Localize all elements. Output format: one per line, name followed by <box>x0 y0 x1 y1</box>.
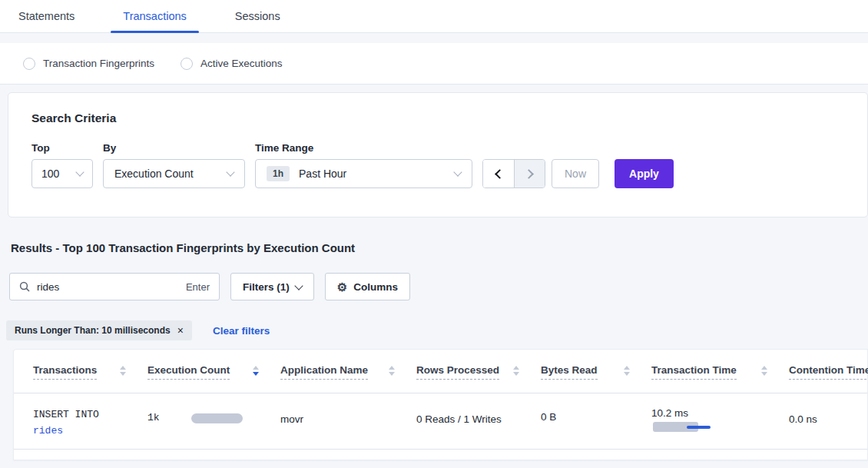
execution-count-value: 1k <box>147 412 160 423</box>
filters-button-label: Filters (1) <box>243 281 290 293</box>
previous-time-window-button[interactable] <box>483 160 514 188</box>
top-select-value: 100 <box>41 168 59 180</box>
cell-contention-time: 0.0 ns <box>789 393 867 449</box>
transaction-link[interactable]: rides <box>33 423 147 439</box>
radio-label: Transaction Fingerprints <box>43 58 154 69</box>
sort-carets-icon[interactable] <box>389 364 395 376</box>
cell-transaction: INSERT INTO rides <box>33 393 147 449</box>
radio-transaction-fingerprints[interactable]: Transaction Fingerprints <box>23 58 154 70</box>
next-time-window-button[interactable] <box>514 160 545 188</box>
apply-button[interactable]: Apply <box>615 159 674 188</box>
time-window-nav <box>482 159 545 188</box>
filter-chip-label: Runs Longer Than: 10 milliseconds <box>15 325 171 336</box>
page-tabs: Statements Transactions Sessions <box>0 0 868 33</box>
gear-icon: ⚙ <box>337 281 347 293</box>
results-heading: Results - Top 100 Transaction Fingerprin… <box>11 241 868 254</box>
search-criteria-title: Search Criteria <box>31 111 867 125</box>
radio-selected-icon <box>23 58 35 70</box>
chevron-down-icon <box>453 168 462 176</box>
radio-label: Active Executions <box>200 58 283 69</box>
time-range-badge: 1h <box>267 166 290 181</box>
column-header-transactions: Transactions <box>33 364 147 380</box>
remove-filter-icon[interactable]: × <box>177 324 184 337</box>
transactions-table: Transactions Execution Count Application… <box>13 349 868 460</box>
now-button[interactable]: Now <box>552 159 599 188</box>
search-enter-hint: Enter <box>186 281 210 293</box>
chevron-down-icon <box>75 168 84 176</box>
search-criteria-card: Search Criteria Top 100 By Execution Cou… <box>8 92 868 217</box>
transaction-time-bar-stddev <box>687 426 711 429</box>
tab-sessions[interactable]: Sessions <box>235 0 280 32</box>
clear-filters-link[interactable]: Clear filters <box>213 325 270 337</box>
cell-transaction-time: 10.2 ms <box>651 393 789 449</box>
chevron-right-icon <box>524 169 534 179</box>
chevron-left-icon <box>495 169 505 179</box>
column-header-bytes-read: Bytes Read <box>541 364 651 380</box>
radio-unselected-icon <box>181 58 193 70</box>
transaction-time-bar <box>651 422 713 432</box>
transaction-time-value: 10.2 ms <box>651 407 789 419</box>
radio-active-executions[interactable]: Active Executions <box>181 58 283 70</box>
by-select[interactable]: Execution Count <box>103 159 245 188</box>
filter-chip: Runs Longer Than: 10 milliseconds × <box>6 320 192 340</box>
filters-button[interactable]: Filters (1) <box>230 273 314 300</box>
column-header-transaction-time: Transaction Time <box>651 364 789 380</box>
top-select[interactable]: 100 <box>31 159 93 188</box>
execution-count-bar <box>191 413 243 423</box>
top-label: Top <box>31 142 93 154</box>
tab-transactions[interactable]: Transactions <box>111 0 198 32</box>
search-input-value: rides <box>37 281 59 293</box>
tab-statements[interactable]: Statements <box>18 0 75 32</box>
column-header-contention-time: Contention Time <box>789 364 868 380</box>
time-range-value: Past Hour <box>299 168 346 180</box>
sort-carets-icon[interactable] <box>624 364 630 376</box>
sort-carets-icon[interactable] <box>513 364 519 376</box>
search-criteria-controls: Top 100 By Execution Count Time Range 1h… <box>31 142 867 188</box>
cell-bytes-read: 0 B <box>541 393 651 449</box>
by-label: By <box>103 142 245 154</box>
sort-carets-icon[interactable] <box>120 364 126 376</box>
time-range-group: Time Range 1h Past Hour <box>245 142 472 188</box>
search-input[interactable]: rides Enter <box>9 273 220 300</box>
search-icon <box>19 281 30 292</box>
by-select-value: Execution Count <box>114 168 194 180</box>
cell-rows-processed: 0 Reads / 1 Writes <box>416 393 541 449</box>
cell-application-name: movr <box>280 393 416 449</box>
cell-execution-count: 1k <box>147 393 280 449</box>
view-toggle: Transaction Fingerprints Active Executio… <box>0 43 868 85</box>
column-header-execution-count: Execution Count <box>147 364 280 380</box>
active-filters-row: Runs Longer Than: 10 milliseconds × Clea… <box>6 320 868 340</box>
columns-button[interactable]: ⚙ Columns <box>325 273 410 300</box>
columns-button-label: Columns <box>353 281 398 293</box>
by-group: By Execution Count <box>93 142 245 188</box>
time-range-label: Time Range <box>255 142 472 154</box>
table-header-row: Transactions Execution Count Application… <box>14 350 867 393</box>
column-header-application-name: Application Name <box>280 364 416 380</box>
time-range-select[interactable]: 1h Past Hour <box>255 159 472 188</box>
column-header-rows-processed: Rows Processed <box>416 364 541 380</box>
sort-carets-icon[interactable] <box>253 364 259 376</box>
transaction-statement: INSERT INTO <box>33 407 147 423</box>
chevron-down-icon <box>294 281 303 290</box>
sort-carets-icon[interactable] <box>761 364 767 376</box>
table-row[interactable]: INSERT INTO rides 1k movr 0 Reads / 1 Wr… <box>14 393 867 450</box>
results-toolbar: rides Enter Filters (1) ⚙ Columns <box>9 273 868 300</box>
chevron-down-icon <box>226 168 234 176</box>
top-group: Top 100 <box>31 142 93 188</box>
